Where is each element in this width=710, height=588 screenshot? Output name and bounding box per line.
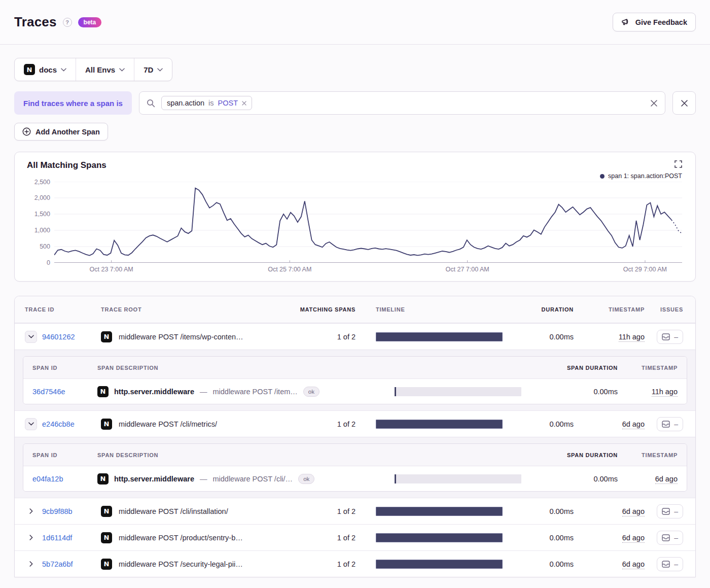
chart-legend: span 1: span.action:POST [25,171,682,181]
traces-table: TRACE ID TRACE ROOT MATCHING SPANS TIMEL… [14,296,696,577]
issues-button[interactable]: – [657,417,683,431]
date-range-filter[interactable]: 7D [134,58,172,81]
span-timeline-bar[interactable] [395,387,521,396]
timeline-bar[interactable] [376,332,503,341]
trace-id-link[interactable]: 9cb9f88b [42,507,73,515]
header-issues: ISSUES [645,306,683,313]
fullscreen-icon[interactable] [674,160,682,168]
issues-count-empty: – [674,420,678,428]
matching-spans-count: 1 of 2 [295,534,356,542]
page-title: Traces [14,14,57,30]
span-id-link[interactable]: 36d7546e [32,388,65,396]
matching-spans-count: 1 of 2 [295,560,356,568]
give-feedback-button[interactable]: Give Feedback [613,13,696,31]
collapse-row-button[interactable] [25,418,37,430]
x-axis-tick: Oct 27 7:00 AM [446,266,489,273]
timestamp-value[interactable]: 6d ago [622,507,645,516]
token-operator: is [208,99,214,107]
span-timestamp-value[interactable]: 6d ago [655,475,678,484]
span-timestamp-value[interactable]: 11h ago [652,388,678,397]
issues-count-empty: – [674,560,678,568]
issues-button[interactable]: – [657,531,683,545]
chevron-down-icon [119,68,125,72]
trace-id-link[interactable]: 5b72a6bf [42,560,73,568]
span-status-badge: ok [298,474,314,484]
clear-search-icon[interactable] [650,99,658,107]
header-span-timestamp: TIMESTAMP [618,365,678,371]
span-query-row: Find traces where a span is span.action … [14,91,696,115]
header-span-id: SPAN ID [32,452,97,458]
span-id-link[interactable]: e04fa12b [32,475,63,483]
trace-root-text: middleware POST /items/wp-conten… [119,333,243,341]
header-span-timestamp: TIMESTAMP [618,452,678,458]
span-status-badge: ok [303,387,320,397]
issues-button[interactable]: – [657,330,683,344]
nextjs-project-icon: N [97,386,109,397]
x-axis-tick: Oct 29 7:00 AM [623,266,667,273]
issues-button[interactable]: – [657,504,683,518]
token-key: span.action [167,99,204,107]
span-start-tick [395,474,396,483]
token-value: POST [218,99,238,107]
trace-id-link[interactable]: 1d6114df [42,534,72,542]
y-axis-tick: 1,000 [34,227,50,234]
issues-inbox-icon [662,534,670,541]
project-filter[interactable]: N docs [15,58,76,81]
expand-row-button[interactable] [25,505,37,517]
span-start-tick [395,387,396,396]
spans-trend-line-chart [54,182,682,263]
duration-value: 0.00ms [525,534,574,542]
timeline-bar[interactable] [376,420,503,429]
timestamp-value[interactable]: 6d ago [622,534,645,543]
span-description: middleware POST /item… [212,388,297,396]
add-span-row: Add Another Span [14,123,696,141]
megaphone-icon [621,18,631,26]
issues-inbox-icon [662,333,670,340]
nextjs-project-icon: N [24,64,35,75]
plot-area [54,182,682,263]
timestamp-value[interactable]: 6d ago [622,560,645,569]
trace-root-text: middleware POST /product/sentry-b… [119,534,243,542]
span-row: e04fa12b N http.server.middleware — midd… [23,466,687,491]
filter-token[interactable]: span.action is POST [161,96,252,110]
plus-circle-icon [22,127,31,136]
table-row: 5b72a6bf N middleware POST /security-leg… [15,550,695,577]
table-row: 1d6114df N middleware POST /product/sent… [15,524,695,550]
y-axis-tick: 1,500 [34,211,50,218]
timeline-bar[interactable] [376,507,503,516]
span-operation: http.server.middleware [114,388,194,396]
issues-count-empty: – [674,507,678,515]
spans-sub-table: SPAN ID SPAN DESCRIPTION SPAN DURATION T… [23,443,687,492]
trace-root-text: middleware POST /cli/installation/ [119,507,228,515]
matching-spans-chart-panel: All Matching Spans span 1: span.action:P… [14,152,696,282]
timeline-bar[interactable] [376,560,503,569]
timestamp-value[interactable]: 11h ago [619,333,645,342]
timestamp-value[interactable]: 6d ago [622,420,645,429]
help-icon[interactable]: ? [63,18,72,27]
main-content: N docs All Envs 7D Find traces where a s… [0,45,710,577]
remove-span-condition-button[interactable] [672,91,696,115]
trace-id-link[interactable]: 94601262 [42,333,75,341]
span-description: middleware POST /cli/… [212,475,293,483]
expand-row-button[interactable] [25,532,37,544]
token-remove-icon[interactable] [242,101,246,106]
span-row: 36d7546e N http.server.middleware — midd… [23,379,687,404]
environment-filter[interactable]: All Envs [76,58,134,81]
span-timeline-bar[interactable] [395,474,521,483]
span-search-input[interactable]: span.action is POST [139,91,665,115]
spans-sub-table-header: SPAN ID SPAN DESCRIPTION SPAN DURATION T… [23,357,687,379]
collapse-row-button[interactable] [25,331,37,343]
timeline-bar[interactable] [376,533,503,542]
add-another-span-button[interactable]: Add Another Span [14,123,108,141]
table-row: e246cb8e N middleware POST /cli/metrics/… [15,410,695,437]
header-span-duration: SPAN DURATION [542,365,618,371]
chevron-down-icon [61,68,66,72]
issues-inbox-icon [662,561,670,568]
issues-button[interactable]: – [657,557,683,571]
y-axis-tick: 2,000 [34,194,50,201]
nextjs-project-icon: N [101,532,112,543]
chart-header: All Matching Spans [25,160,682,170]
trace-id-link[interactable]: e246cb8e [42,420,75,428]
expand-row-button[interactable] [25,558,37,570]
x-axis-labels: Oct 23 7:00 AMOct 25 7:00 AMOct 27 7:00 … [54,263,682,276]
